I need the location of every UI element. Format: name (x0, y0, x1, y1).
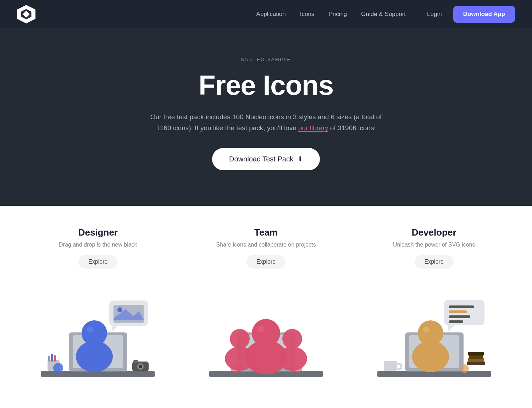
svg-point-46 (423, 326, 430, 333)
svg-point-19 (117, 307, 122, 312)
svg-point-27 (257, 325, 265, 332)
svg-rect-42 (468, 352, 484, 355)
svg-rect-6 (54, 355, 56, 362)
designer-illustration (38, 279, 158, 379)
svg-point-10 (139, 365, 142, 368)
svg-rect-51 (449, 315, 470, 318)
developer-title: Developer (412, 227, 456, 238)
developer-illustration (374, 279, 494, 379)
team-title: Team (254, 227, 278, 238)
hero-description: Our free test pack includes 100 Nucleo i… (142, 111, 390, 134)
svg-rect-49 (449, 305, 474, 308)
svg-marker-17 (112, 326, 117, 332)
library-link[interactable]: our library (298, 124, 328, 132)
team-explore-button[interactable]: Explore (246, 255, 286, 269)
svg-rect-5 (51, 354, 53, 362)
svg-point-26 (252, 319, 280, 347)
svg-point-32 (231, 365, 239, 373)
nav-pricing[interactable]: Pricing (328, 11, 347, 17)
svg-rect-52 (449, 320, 463, 323)
cta-label: Download Test Pack (229, 155, 293, 163)
svg-rect-11 (133, 360, 138, 363)
hero-section: NUCLEO SAMPLE Free Icons Our free test p… (0, 28, 532, 206)
feature-designer: Designer Drag and drop is the new black … (14, 227, 182, 386)
team-illustration (206, 279, 326, 379)
features-section: Designer Drag and drop is the new black … (0, 206, 532, 400)
hero-title: Free Icons (14, 69, 518, 101)
designer-explore-button[interactable]: Explore (78, 255, 117, 269)
logo[interactable] (17, 5, 35, 23)
nav-icons[interactable]: Icons (300, 11, 315, 17)
svg-point-33 (294, 365, 302, 373)
svg-rect-7 (48, 356, 50, 362)
download-test-pack-button[interactable]: Download Test Pack ⬇ (212, 148, 320, 170)
navbar: Application Icons Pricing Guide & Suppor… (0, 0, 532, 28)
svg-point-12 (53, 363, 63, 373)
download-app-button[interactable]: Download App (453, 6, 515, 23)
svg-rect-50 (449, 310, 467, 313)
svg-point-45 (418, 320, 443, 346)
svg-point-28 (225, 347, 255, 371)
designer-subtitle: Drag and drop is the new black (59, 242, 137, 248)
svg-point-14 (82, 320, 107, 346)
svg-point-29 (230, 329, 250, 349)
developer-subtitle: Unleash the power of SVG icons (393, 242, 475, 248)
team-subtitle: Share icons and collaborate on projects (216, 242, 316, 248)
svg-point-43 (460, 364, 469, 373)
login-link[interactable]: Login (427, 11, 442, 18)
feature-developer: Developer Unleash the power of SVG icons… (350, 227, 518, 386)
nav-links: Application Icons Pricing Guide & Suppor… (256, 11, 406, 18)
feature-team: Team Share icons and collaborate on proj… (182, 227, 350, 386)
svg-rect-38 (384, 361, 397, 371)
svg-marker-48 (448, 325, 454, 332)
nav-application[interactable]: Application (256, 11, 286, 17)
developer-explore-button[interactable]: Explore (415, 255, 454, 269)
designer-title: Designer (78, 227, 118, 238)
svg-point-15 (87, 326, 93, 333)
hero-eyebrow: NUCLEO SAMPLE (14, 57, 518, 62)
nav-guide-support[interactable]: Guide & Support (361, 11, 406, 17)
svg-point-31 (282, 329, 302, 349)
svg-point-30 (277, 347, 307, 371)
download-icon: ⬇ (298, 155, 303, 163)
nav-right: Login Download App (427, 6, 515, 23)
